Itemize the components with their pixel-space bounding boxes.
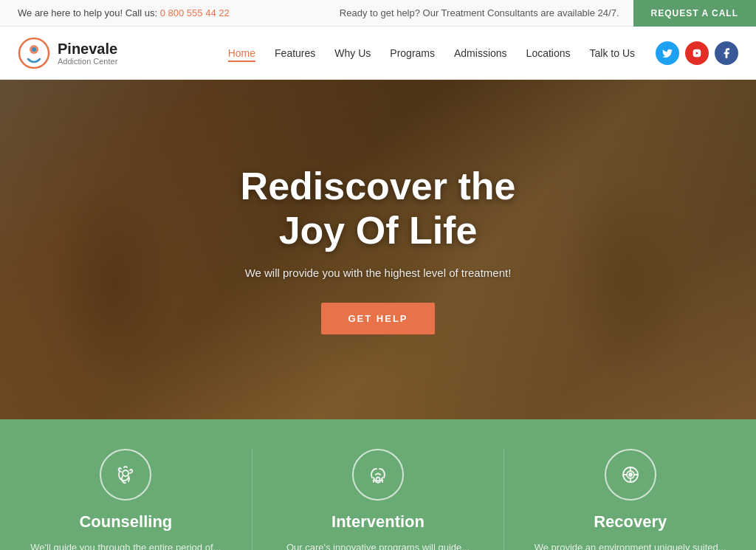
request-call-button[interactable]: REQUEST A CALL xyxy=(633,0,756,27)
hero-subtitle: We will provide you with the highest lev… xyxy=(241,267,516,279)
services-section: Counselling We'll guide you through the … xyxy=(0,419,756,550)
nav-links: Home Features Why Us Programs Admissions… xyxy=(228,47,635,60)
top-bar-center: Ready to get help? Our Treatment Consult… xyxy=(326,7,633,18)
counselling-desc: We'll guide you through the entire perio… xyxy=(15,540,237,550)
intervention-icon-circle xyxy=(352,449,404,501)
logo-area: Pinevale Addiction Center xyxy=(18,37,117,69)
twitter-icon[interactable] xyxy=(656,41,679,65)
get-help-button[interactable]: GET HELP xyxy=(321,303,434,334)
nav-link-programs[interactable]: Programs xyxy=(390,47,435,59)
nav-link-features[interactable]: Features xyxy=(275,47,315,59)
intervention-desc: Our care's innovative programs will guid… xyxy=(267,540,489,550)
facebook-icon[interactable] xyxy=(715,41,738,65)
top-bar-right: REQUEST A CALL xyxy=(633,0,756,27)
logo-text: Pinevale Addiction Center xyxy=(58,41,117,66)
youtube-icon[interactable] xyxy=(685,41,709,65)
svg-point-7 xyxy=(629,473,632,476)
recovery-icon-circle xyxy=(605,449,656,501)
nav-link-locations[interactable]: Locations xyxy=(526,47,571,59)
social-icons xyxy=(656,41,738,65)
hero-title: Rediscover the Joy Of Life xyxy=(241,165,516,253)
nav-item-features[interactable]: Features xyxy=(275,47,315,60)
nav-item-whyus[interactable]: Why Us xyxy=(334,47,371,60)
nav-item-talktous[interactable]: Talk to Us xyxy=(590,47,635,60)
help-text: We are here to help you! Call us: xyxy=(18,7,160,18)
nav-item-admissions[interactable]: Admissions xyxy=(454,47,507,60)
service-recovery: Recovery We provide an environment uniqu… xyxy=(504,449,756,550)
nav-link-talktous[interactable]: Talk to Us xyxy=(590,47,635,59)
hero-section: Rediscover the Joy Of Life We will provi… xyxy=(0,80,756,419)
intervention-title: Intervention xyxy=(267,512,489,532)
brand-name: Pinevale xyxy=(58,41,117,57)
nav-link-whyus[interactable]: Why Us xyxy=(334,47,371,59)
svg-point-2 xyxy=(32,47,36,52)
hero-content: Rediscover the Joy Of Life We will provi… xyxy=(226,165,531,334)
nav-item-locations[interactable]: Locations xyxy=(526,47,571,60)
counselling-title: Counselling xyxy=(15,512,237,532)
nav-link-admissions[interactable]: Admissions xyxy=(454,47,507,59)
counselling-icon-circle xyxy=(100,449,151,501)
recovery-desc: We provide an environment uniquely suite… xyxy=(519,540,741,550)
phone-link[interactable]: 0 800 555 44 22 xyxy=(160,7,230,18)
nav-item-home[interactable]: Home xyxy=(228,47,255,60)
service-intervention: Intervention Our care's innovative progr… xyxy=(252,449,505,550)
hero-title-line2: Joy Of Life xyxy=(279,209,478,252)
svg-point-3 xyxy=(123,470,128,476)
hero-title-line1: Rediscover the xyxy=(241,165,516,207)
logo-icon xyxy=(18,37,50,69)
top-bar-left: We are here to help you! Call us: 0 800 … xyxy=(0,7,326,18)
navbar: Pinevale Addiction Center Home Features … xyxy=(0,27,756,80)
recovery-title: Recovery xyxy=(519,512,741,532)
service-counselling: Counselling We'll guide you through the … xyxy=(0,449,252,550)
nav-link-home[interactable]: Home xyxy=(228,47,255,62)
svg-point-4 xyxy=(377,478,380,481)
nav-item-programs[interactable]: Programs xyxy=(390,47,435,60)
top-bar: We are here to help you! Call us: 0 800 … xyxy=(0,0,756,27)
brand-sub: Addiction Center xyxy=(58,57,117,66)
